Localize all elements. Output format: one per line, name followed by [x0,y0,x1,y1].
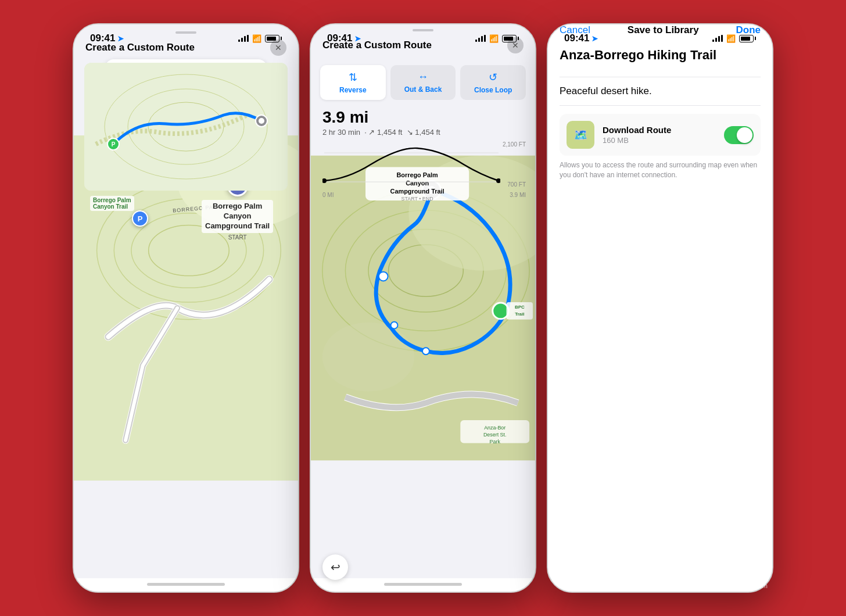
signal-bar-3 [244,36,246,42]
elevation-chart: 2,100 FT 700 FT 0 MI 3.9 MI [311,141,535,199]
signal-bars-2 [475,35,486,42]
download-note: Allows you to access the route and surro… [560,160,761,180]
parking-pin-1[interactable]: P [132,210,148,227]
battery-icon-2 [502,35,519,42]
sb4 [484,35,486,42]
trail-label-1: Borrego Palm Canyon Trail [90,196,134,211]
status-icons-2: 📶 [475,34,519,43]
trail-label-line2: Canyon Trail [93,203,131,210]
status-icons-3: 📶 [712,34,756,43]
route-desc-input[interactable] [560,85,761,97]
svg-text:Park: Park [490,439,501,445]
location-icon-1: ➤ [117,34,124,43]
save-panel: Cancel Save to Library Done 🗺️ Download … [548,23,772,592]
wifi-icon-1: 📶 [252,34,261,43]
wifi-icon-3: 📶 [726,34,736,43]
svg-point-23 [379,272,388,281]
download-size: 160 MB [603,136,716,145]
panel-1: Create a Custom Route ✕ [74,24,298,578]
divider-1 [560,77,761,77]
home-indicator-2 [384,583,462,586]
parking-label: P [138,214,143,223]
elev-max-label: 2,100 FT [503,141,526,148]
download-row: 🗺️ Download Route 160 MB [560,114,761,156]
battery-icon-3 [739,35,756,42]
svg-text:Trail: Trail [515,311,524,317]
phone-3: 09:41 ➤ 📶 [547,23,773,593]
status-time-3: 09:41 ➤ [564,33,598,44]
time-text-2: 09:41 [327,33,352,44]
svg-point-11 [259,118,264,124]
status-time-1: 09:41 ➤ [90,33,124,44]
status-bar-2: 09:41 ➤ 📶 [311,24,535,49]
svg-point-22 [391,322,398,329]
download-toggle[interactable] [724,126,754,144]
svg-text:P: P [112,141,116,148]
dist-end-label: 3.9 MI [510,192,526,198]
signal-bars-1 [238,35,249,42]
pin-label-1: Borrego PalmCanyonCampground Trail [202,200,273,233]
sb4-3 [721,35,723,42]
download-thumb: 🗺️ [567,121,594,149]
mini-map-1[interactable]: P [84,63,288,191]
sb1-3 [712,40,714,42]
undo-button-2[interactable]: ↩ [322,554,348,580]
location-icon-2: ➤ [354,34,361,43]
phone-2: 09:41 ➤ 📶 [310,23,536,593]
trail-label-line1: Borrego Palm [93,197,131,203]
battery-icon-1 [265,35,282,42]
phone-1: 09:41 ➤ 📶 [73,23,299,593]
sb2-3 [715,38,717,42]
signal-bar-4 [247,35,249,42]
status-icons-1: 📶 [238,34,282,43]
svg-point-41 [322,178,327,183]
signal-bar-1 [238,40,240,42]
dist-start-label: 0 MI [322,192,334,198]
svg-text:Anza-Bor: Anza-Bor [484,425,506,431]
svg-text:BPC: BPC [515,305,525,310]
sb2 [478,38,480,42]
sb3-3 [718,36,720,42]
location-icon-3: ➤ [592,34,598,43]
svg-text:Desert St.: Desert St. [483,432,507,438]
svg-rect-6 [84,63,288,191]
svg-point-26 [493,303,509,319]
signal-bars-3 [712,35,723,42]
time-text-1: 09:41 [90,33,115,44]
download-title: Download Route [603,125,716,135]
route-name-input[interactable] [560,48,761,63]
signal-bar-2 [241,38,243,42]
status-time-2: 09:41 ➤ [327,33,361,44]
sb1 [475,40,477,42]
divider-2 [560,105,761,106]
toggle-knob [737,127,752,143]
svg-point-42 [496,178,500,183]
sb3 [481,36,483,42]
wifi-icon-2: 📶 [489,34,499,43]
time-text-3: 09:41 [564,33,589,44]
status-bar-1: 09:41 ➤ 📶 [74,24,298,49]
download-info: Download Route 160 MB [603,125,716,145]
svg-point-20 [322,323,414,392]
svg-point-21 [422,348,429,354]
home-indicator-1 [147,583,225,586]
pin-start-1: START [228,234,247,241]
elev-min-label: 700 FT [507,181,526,188]
status-bar-3: 09:41 ➤ 📶 [548,24,772,49]
